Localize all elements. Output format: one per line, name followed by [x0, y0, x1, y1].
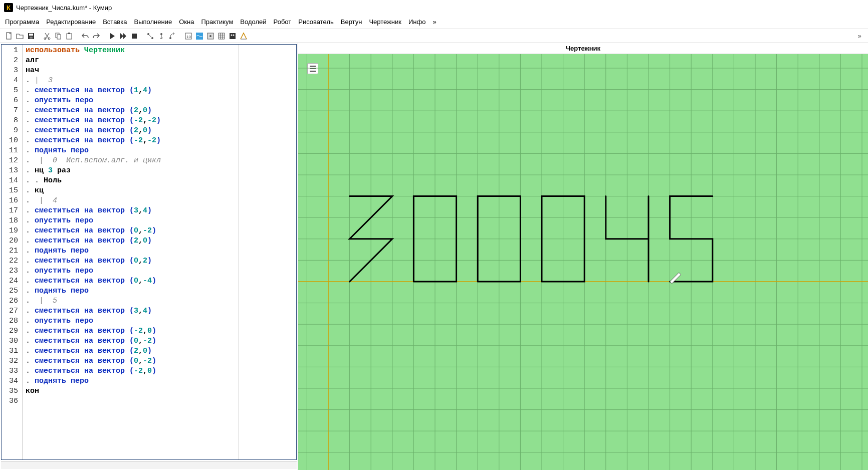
- line-number: 17: [2, 206, 22, 216]
- line-number: 11: [2, 146, 22, 156]
- line-number: 22: [2, 256, 22, 266]
- svg-text:10: 10: [186, 35, 191, 39]
- menu-item-6[interactable]: Водолей: [240, 18, 266, 26]
- menu-item-12[interactable]: »: [432, 18, 436, 26]
- menu-item-10[interactable]: Чертежник: [369, 18, 401, 26]
- line-number: 4: [2, 76, 22, 86]
- menu-item-5[interactable]: Практикум: [201, 18, 233, 26]
- menu-item-7[interactable]: Робот: [274, 18, 292, 26]
- code-line: . сместиться на вектор (3,4): [26, 306, 236, 316]
- drawer-icon[interactable]: [239, 31, 249, 41]
- code-line: . | 5: [26, 296, 236, 306]
- code-line: . сместиться на вектор (0,-4): [26, 276, 236, 286]
- run-icon[interactable]: [107, 31, 117, 41]
- line-number: 29: [2, 326, 22, 336]
- code-line: . нц 3 раз: [26, 166, 236, 176]
- line-number: 24: [2, 276, 22, 286]
- code-area[interactable]: использовать Чертежникалгнач. | 3. смест…: [23, 45, 239, 459]
- svg-rect-20: [230, 33, 236, 39]
- step-icon[interactable]: [145, 31, 155, 41]
- code-line: . сместиться на вектор (0,-2): [26, 336, 236, 346]
- open-file-icon[interactable]: [15, 31, 25, 41]
- app-icon: К: [4, 3, 13, 12]
- canvas-area[interactable]: [298, 54, 868, 470]
- line-number: 30: [2, 336, 22, 346]
- code-line: . сместиться на вектор (2,0): [26, 126, 236, 136]
- line-number: 7: [2, 106, 22, 116]
- menu-item-0[interactable]: Программа: [5, 18, 39, 26]
- code-line: . поднять перо: [26, 376, 236, 386]
- line-number: 31: [2, 346, 22, 356]
- paste-icon[interactable]: [64, 31, 74, 41]
- line-number: 9: [2, 126, 22, 136]
- line-number: 2: [2, 56, 22, 66]
- canvas-pane: Чертежник: [298, 43, 868, 470]
- code-line: . сместиться на вектор (0,-2): [26, 226, 236, 236]
- menu-item-11[interactable]: Инфо: [408, 18, 425, 26]
- new-file-icon[interactable]: [4, 31, 14, 41]
- redo-icon[interactable]: [91, 31, 101, 41]
- code-line: . сместиться на вектор (2,0): [26, 106, 236, 116]
- line-number: 15: [2, 186, 22, 196]
- world-icon[interactable]: 10: [183, 31, 193, 41]
- code-line: нач: [26, 66, 236, 76]
- line-number: 33: [2, 366, 22, 376]
- code-line: . поднять перо: [26, 146, 236, 156]
- line-number: 1: [2, 46, 22, 56]
- svg-rect-9: [68, 33, 70, 34]
- svg-rect-3: [30, 37, 33, 39]
- editor-status-bar: [1, 461, 297, 469]
- line-number: 23: [2, 266, 22, 276]
- code-line: . сместиться на вектор (-2,0): [26, 326, 236, 336]
- undo-icon[interactable]: [80, 31, 90, 41]
- line-number: 13: [2, 166, 22, 176]
- toolbar: 10 »: [0, 29, 868, 43]
- code-line: . сместиться на вектор (3,4): [26, 206, 236, 216]
- svg-rect-8: [67, 34, 72, 39]
- line-number: 8: [2, 116, 22, 126]
- code-line: кон: [26, 386, 236, 396]
- code-line: . | 4: [26, 196, 236, 206]
- code-line: . опустить перо: [26, 216, 236, 226]
- water-icon[interactable]: [194, 31, 204, 41]
- line-number: 21: [2, 246, 22, 256]
- menu-item-8[interactable]: Рисователь: [298, 18, 333, 26]
- code-line: использовать Чертежник: [26, 46, 236, 56]
- menu-item-1[interactable]: Редактирование: [46, 18, 96, 26]
- svg-rect-7: [57, 35, 61, 39]
- line-number: 19: [2, 226, 22, 236]
- code-line: . | 0 Исп.вспом.алг. и цикл: [26, 156, 236, 166]
- code-line: . поднять перо: [26, 246, 236, 256]
- line-number: 18: [2, 216, 22, 226]
- save-icon[interactable]: [26, 31, 36, 41]
- svg-point-19: [209, 35, 211, 37]
- step-into-icon[interactable]: [156, 31, 166, 41]
- grid-icon[interactable]: [216, 31, 227, 41]
- line-number: 5: [2, 86, 22, 96]
- step-over-icon[interactable]: [167, 31, 177, 41]
- canvas-title: Чертежник: [298, 43, 868, 54]
- line-number: 28: [2, 316, 22, 326]
- svg-point-11: [147, 33, 149, 35]
- cut-icon[interactable]: [42, 31, 52, 41]
- menubar: ПрограммаРедактированиеВставкаВыполнение…: [0, 15, 868, 29]
- line-number: 27: [2, 306, 22, 316]
- robot-icon[interactable]: [205, 31, 215, 41]
- code-line: . опустить перо: [26, 266, 236, 276]
- menu-item-9[interactable]: Вертун: [341, 18, 362, 26]
- line-number: 34: [2, 376, 22, 386]
- copy-icon[interactable]: [53, 31, 63, 41]
- menu-item-4[interactable]: Окна: [179, 18, 194, 26]
- line-number: 35: [2, 386, 22, 396]
- turtle-icon[interactable]: [228, 31, 238, 41]
- drawing-canvas: [298, 54, 868, 470]
- menu-item-2[interactable]: Вставка: [103, 18, 127, 26]
- code-line: [26, 396, 236, 406]
- stop-icon[interactable]: [129, 31, 139, 41]
- run-fast-icon[interactable]: [118, 31, 128, 41]
- menu-item-3[interactable]: Выполнение: [134, 18, 172, 26]
- toolbar-overflow-icon[interactable]: »: [855, 32, 864, 40]
- line-number: 3: [2, 66, 22, 76]
- code-editor[interactable]: 1234567891011121314151617181920212223242…: [1, 44, 297, 460]
- code-line: . сместиться на вектор (-2,0): [26, 366, 236, 376]
